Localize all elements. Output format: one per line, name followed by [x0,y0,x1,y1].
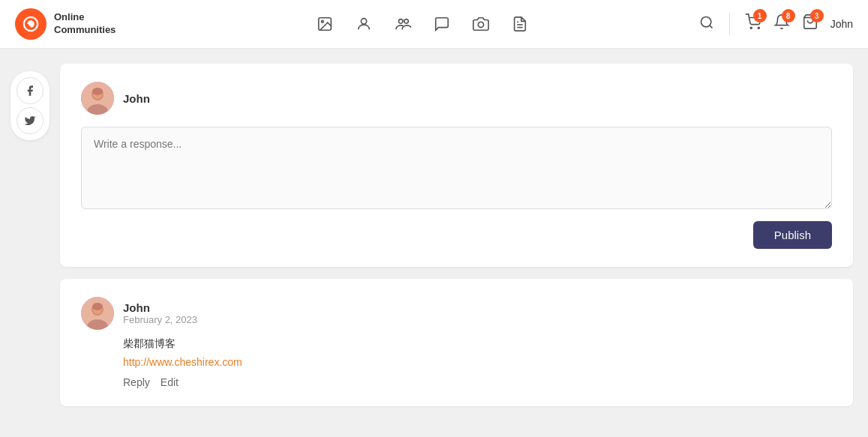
app-name: Online Communities [54,11,116,37]
header: Online Communities [0,0,868,49]
facebook-share-button[interactable] [17,77,44,104]
twitter-share-button[interactable] [17,107,44,134]
bag-button[interactable]: 3 [802,13,818,34]
chat-nav-icon[interactable] [434,16,450,32]
camera-nav-icon[interactable] [473,16,489,32]
header-right: 1 8 3 John [699,13,853,35]
community-nav-icon[interactable] [395,16,411,32]
comment-avatar [81,297,114,330]
comment-user-name: John [123,301,197,314]
image-nav-icon[interactable] [317,16,333,32]
main-nav [146,16,698,32]
comment-date: February 2, 2023 [123,314,197,325]
svg-point-10 [701,16,710,26]
comment-text: 柴郡猫博客 [123,337,832,351]
comment-card: John February 2, 2023 柴郡猫博客 http://www.c… [60,279,853,406]
svg-point-4 [398,19,403,23]
svg-line-11 [710,25,713,28]
main-content: John Publish John [0,49,868,421]
publish-button[interactable]: Publish [753,221,832,249]
comment-body: 柴郡猫博客 http://www.cheshirex.com Reply Edi… [123,337,832,388]
compose-card: John Publish [60,64,853,267]
svg-point-2 [321,20,323,22]
svg-point-19 [92,88,103,95]
svg-point-13 [758,27,759,28]
content-area: John Publish John [60,64,868,406]
svg-point-24 [92,303,103,310]
user-menu-button[interactable]: John [830,18,853,30]
notifications-badge: 8 [782,9,795,22]
compose-header: John [81,82,832,115]
compose-textarea[interactable] [81,127,832,209]
edit-button[interactable]: Edit [161,376,179,388]
sidebar [0,64,60,406]
profile-nav-icon[interactable] [356,16,372,32]
document-nav-icon[interactable] [512,16,528,32]
logo[interactable]: Online Communities [15,8,116,40]
svg-point-12 [750,27,752,28]
comment-actions: Reply Edit [123,376,832,388]
compose-actions: Publish [81,221,832,249]
comment-user-info: John February 2, 2023 [123,301,197,325]
cart-badge: 1 [753,9,767,22]
logo-icon [15,8,47,40]
compose-avatar [81,82,114,115]
search-button[interactable] [699,15,714,34]
notifications-button[interactable]: 8 [773,13,790,34]
svg-point-6 [478,22,483,27]
comment-header: John February 2, 2023 [81,297,832,330]
compose-user-name: John [123,92,150,105]
comment-link[interactable]: http://www.cheshirex.com [123,356,242,368]
social-share-panel [11,71,50,140]
svg-point-3 [361,19,366,24]
cart-button[interactable]: 1 [745,13,761,34]
svg-point-0 [29,22,32,25]
bag-badge: 3 [810,9,824,22]
header-divider [729,13,730,35]
reply-button[interactable]: Reply [123,376,150,388]
svg-point-5 [404,19,409,23]
